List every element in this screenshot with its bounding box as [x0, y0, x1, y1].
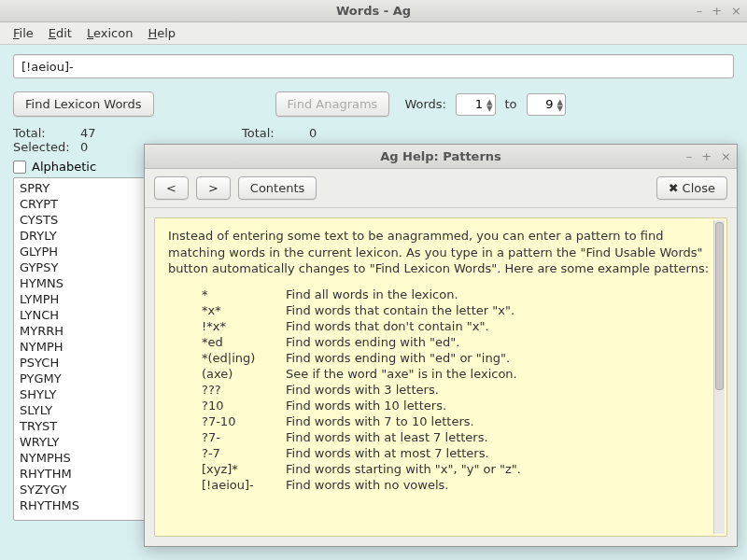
- pattern-cell: (axe): [202, 366, 286, 382]
- maximize-icon[interactable]: +: [701, 149, 712, 163]
- find-anagrams-button: Find Anagrams: [275, 91, 390, 117]
- words-to-label: to: [505, 97, 517, 111]
- selected-value: 0: [80, 140, 88, 154]
- pattern-cell: [!aeiou]-: [202, 477, 286, 493]
- main-window-title: Words - Ag: [336, 4, 411, 18]
- menu-file[interactable]: File: [7, 24, 39, 42]
- minimize-icon[interactable]: –: [686, 149, 693, 163]
- description-cell: Find words that contain the letter "x".: [286, 302, 521, 318]
- table-row: !*x*Find words that don't contain "x".: [202, 318, 521, 334]
- down-icon[interactable]: ▾: [557, 105, 564, 111]
- total-value: 47: [80, 126, 96, 140]
- table-row: [!aeiou]-Find words with no vowels.: [202, 477, 521, 493]
- help-back-button[interactable]: <: [154, 176, 189, 200]
- help-window-controls: – + ×: [686, 149, 731, 163]
- pattern-cell: *x*: [202, 302, 286, 318]
- selected-label: Selected:: [13, 140, 80, 154]
- help-intro: Instead of entering some text to be anag…: [168, 228, 713, 277]
- description-cell: Find words with 10 letters.: [286, 398, 521, 413]
- pattern-cell: ?-7: [202, 445, 286, 461]
- alphabetic-checkbox[interactable]: [13, 161, 26, 174]
- menu-help[interactable]: Help: [142, 24, 181, 42]
- table-row: (axe)See if the word "axe" is in the lex…: [202, 366, 521, 382]
- description-cell: See if the word "axe" is in the lexicon.: [286, 366, 521, 382]
- description-cell: Find all words in the lexicon.: [286, 287, 521, 302]
- down-icon[interactable]: ▾: [486, 105, 493, 111]
- pattern-input[interactable]: [13, 54, 734, 78]
- menubar: File Edit Lexicon Help: [0, 22, 747, 45]
- table-row: ?7-Find words with at least 7 letters.: [202, 429, 521, 445]
- close-icon[interactable]: ×: [721, 149, 731, 163]
- pattern-cell: ???: [202, 382, 286, 398]
- maximize-icon[interactable]: +: [712, 4, 722, 18]
- controls-row: Find Lexicon Words Find Anagrams Words: …: [13, 91, 734, 117]
- table-row: *Find all words in the lexicon.: [202, 287, 521, 302]
- close-icon[interactable]: ×: [731, 4, 741, 18]
- menu-lexicon[interactable]: Lexicon: [81, 24, 138, 42]
- description-cell: Find words with at least 7 letters.: [286, 429, 521, 445]
- help-titlebar: Ag Help: Patterns – + ×: [145, 145, 737, 169]
- description-cell: Find words with 7 to 10 letters.: [286, 413, 521, 429]
- close-icon: ✖: [669, 181, 679, 195]
- description-cell: Find words with at most 7 letters.: [286, 445, 521, 461]
- help-contents-button[interactable]: Contents: [238, 176, 317, 200]
- table-row: ?-7Find words with at most 7 letters.: [202, 445, 521, 461]
- scrollbar-thumb[interactable]: [715, 222, 724, 390]
- description-cell: Find words with 3 letters.: [286, 382, 521, 398]
- description-cell: Find words ending with "ed" or "ing".: [286, 350, 521, 366]
- pattern-cell: ?7-10: [202, 413, 286, 429]
- pattern-cell: *ed: [202, 334, 286, 350]
- main-window-controls: – + ×: [697, 4, 741, 18]
- words-from-stepper[interactable]: ▴▾: [456, 93, 496, 116]
- minimize-icon[interactable]: –: [697, 4, 703, 18]
- help-forward-button[interactable]: >: [196, 176, 231, 200]
- table-row: *edFind words ending with "ed".: [202, 334, 521, 350]
- table-row: *(ed|ing)Find words ending with "ed" or …: [202, 350, 521, 366]
- alphabetic-label: Alphabetic: [32, 160, 96, 174]
- help-toolbar: < > Contents ✖Close: [145, 169, 737, 208]
- description-cell: Find words ending with "ed".: [286, 334, 521, 350]
- total-label: Total:: [13, 126, 80, 140]
- help-close-button[interactable]: ✖Close: [656, 176, 727, 200]
- help-scrollbar[interactable]: [713, 220, 725, 534]
- pattern-cell: *: [202, 287, 286, 302]
- words-from-input[interactable]: [462, 97, 483, 111]
- pattern-cell: !*x*: [202, 318, 286, 334]
- description-cell: Find words that don't contain "x".: [286, 318, 521, 334]
- table-row: ???Find words with 3 letters.: [202, 382, 521, 398]
- pattern-cell: *(ed|ing): [202, 350, 286, 366]
- pattern-cell: [xyz]*: [202, 461, 286, 477]
- help-window: Ag Help: Patterns – + × < > Contents ✖Cl…: [144, 144, 738, 547]
- words-to-stepper[interactable]: ▴▾: [527, 93, 567, 116]
- pattern-cell: ?10: [202, 398, 286, 413]
- table-row: *x*Find words that contain the letter "x…: [202, 302, 521, 318]
- help-body: Instead of entering some text to be anag…: [154, 217, 727, 537]
- pattern-cell: ?7-: [202, 429, 286, 445]
- description-cell: Find words starting with "x", "y" or "z"…: [286, 461, 521, 477]
- table-row: ?7-10Find words with 7 to 10 letters.: [202, 413, 521, 429]
- words-label: Words:: [404, 97, 446, 111]
- description-cell: Find words with no vowels.: [286, 477, 521, 493]
- words-to-input[interactable]: [533, 97, 554, 111]
- find-lexicon-words-button[interactable]: Find Lexicon Words: [13, 91, 154, 117]
- help-window-title: Ag Help: Patterns: [380, 149, 501, 163]
- table-row: [xyz]*Find words starting with "x", "y" …: [202, 461, 521, 477]
- table-row: ?10Find words with 10 letters.: [202, 398, 521, 413]
- menu-edit[interactable]: Edit: [43, 24, 78, 42]
- help-patterns-table: *Find all words in the lexicon.*x*Find w…: [202, 287, 521, 493]
- main-titlebar: Words - Ag – + ×: [0, 0, 747, 22]
